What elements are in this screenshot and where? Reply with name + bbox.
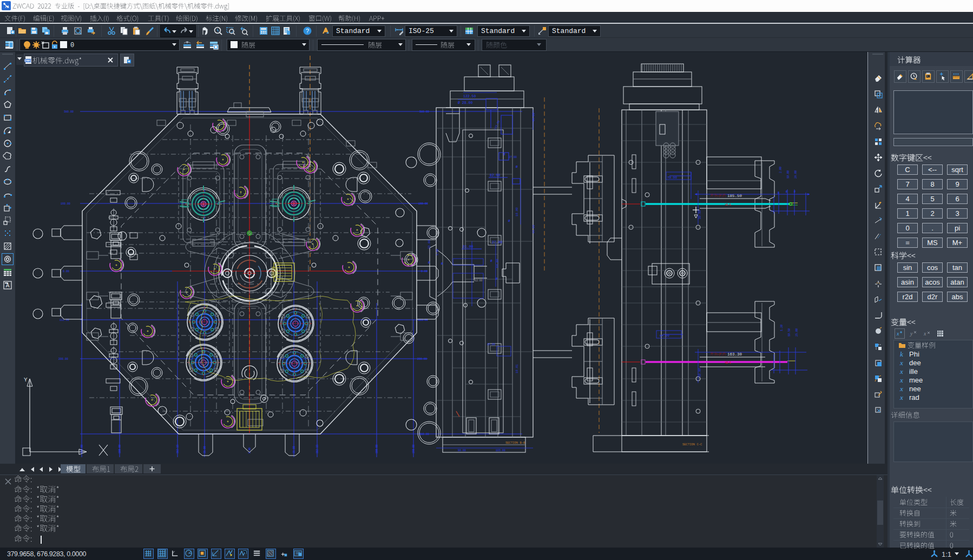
svg-text:27.00: 27.00 [509,156,517,159]
svg-text:160.00: 160.00 [61,202,70,206]
svg-text:103.00: 103.00 [496,449,505,452]
svg-text:200.00: 200.00 [417,358,427,361]
svg-text:26.00: 26.00 [794,170,798,179]
svg-text:27.00: 27.00 [492,241,503,245]
svg-text:16.00: 16.00 [293,446,295,453]
svg-text:160.00: 160.00 [418,202,428,206]
svg-text:5.00: 5.00 [436,249,439,255]
svg-text:Ø: Ø [428,261,430,265]
svg-text:16.00: 16.00 [203,446,206,453]
svg-text:Ø: Ø [794,190,796,194]
svg-text:84.00: 84.00 [660,334,669,338]
svg-text:25.00: 25.00 [796,328,799,337]
svg-text:22.00: 22.00 [428,240,431,249]
svg-text:10.00: 10.00 [787,170,790,179]
svg-text:Ø: Ø [516,165,518,169]
svg-text:122.50: 122.50 [463,95,476,98]
svg-text:30.00: 30.00 [698,368,702,377]
svg-text:SECTION B—B: SECTION B—B [505,441,525,445]
svg-text:W5-G: W5-G [725,203,731,206]
svg-text:Ø: Ø [496,277,498,281]
svg-text:100.00: 100.00 [376,444,378,453]
svg-text:DWG: DWG [24,59,31,62]
svg-text:64.00: 64.00 [496,259,499,268]
svg-text:Y: Y [24,377,28,383]
svg-text:380.00: 380.00 [419,433,429,436]
svg-text:y: y [910,331,913,337]
svg-text:M12.00: M12.00 [474,279,483,282]
svg-text:0.00: 0.00 [248,447,251,453]
svg-text:82.00: 82.00 [490,174,501,177]
svg-text:163.30: 163.30 [727,352,742,357]
svg-text:44.00: 44.00 [532,113,536,122]
svg-text:0.00: 0.00 [421,270,428,273]
svg-text:1.20: 1.20 [780,325,784,331]
svg-text:44.00: 44.00 [532,225,536,234]
svg-text:x: x [923,331,926,337]
svg-text:x: x [896,331,899,337]
svg-text:190.00: 190.00 [412,444,415,453]
svg-text:162.35: 162.35 [316,444,319,453]
svg-text:30.00: 30.00 [698,210,702,219]
svg-text:15.00: 15.00 [487,343,495,346]
svg-text:Ø: Ø [786,190,787,194]
svg-text:380.00: 380.00 [64,110,74,114]
svg-text:Ø: Ø [441,262,443,266]
svg-text:Ø: Ø [778,191,779,195]
svg-text:79.00: 79.00 [667,176,677,180]
svg-text:W5-G: W5-G [725,361,731,364]
svg-text:162.35: 162.35 [176,444,179,453]
svg-text:Ø: Ø [503,153,505,156]
svg-text:0.00: 0.00 [63,270,69,273]
svg-text:?: ? [306,28,309,34]
svg-text:10.00: 10.00 [515,207,519,216]
svg-text:90.00: 90.00 [458,449,466,452]
svg-text:100.00: 100.00 [119,444,121,453]
svg-text:Ø: Ø [490,259,492,263]
svg-text:380.00: 380.00 [419,110,429,114]
svg-text:200.00: 200.00 [58,358,68,361]
svg-text:10.01: 10.01 [515,364,519,373]
svg-text:Ø 28.00: Ø 28.00 [458,101,472,105]
svg-text:10.50: 10.50 [788,328,791,337]
svg-text:122.00: 122.00 [494,120,501,130]
svg-text:>_: >_ [927,75,930,77]
svg-text:SECTION C—C: SECTION C—C [682,443,702,446]
svg-text:Ø: Ø [508,219,510,223]
svg-text:2.00: 2.00 [779,167,783,173]
